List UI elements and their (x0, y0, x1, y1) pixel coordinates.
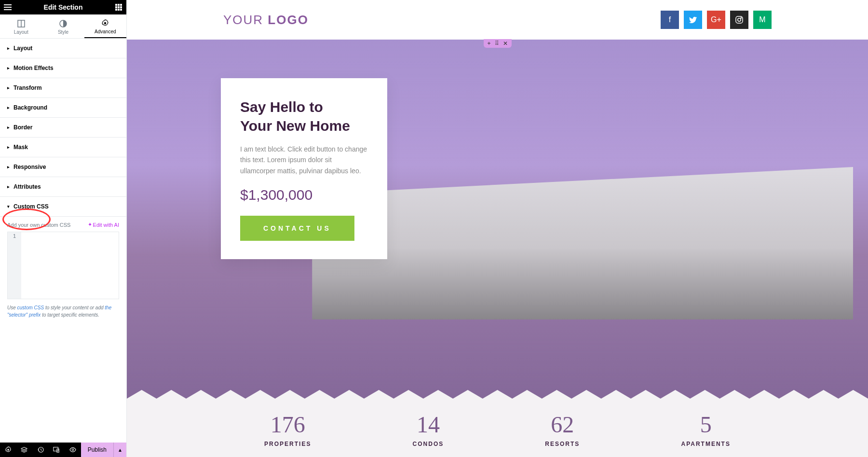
medium-icon[interactable]: M (753, 11, 772, 29)
custom-css-section: Add your own custom CSS ✦ Edit with AI 1… (0, 217, 126, 323)
svg-rect-0 (4, 4, 12, 5)
accordion-custom-css[interactable]: Custom CSS (0, 197, 126, 217)
editor-sidebar: Edit Section Layout Style Advanced Layou… (0, 0, 127, 457)
hero-body: I am text block. Click edit button to ch… (240, 144, 368, 176)
history-icon[interactable] (32, 443, 49, 457)
sidebar-footer: Publish ▴ (0, 443, 126, 457)
custom-css-hint: Use custom CSS to style your content or … (7, 304, 119, 319)
tab-style-label: Style (58, 29, 68, 35)
section-divider (127, 390, 868, 399)
svg-rect-6 (115, 6, 117, 8)
svg-rect-8 (120, 6, 122, 8)
sidebar-header: Edit Section (0, 0, 126, 14)
custom-css-label: Add your own custom CSS (7, 222, 70, 228)
accordion-attributes[interactable]: Attributes (0, 177, 126, 197)
svg-point-22 (738, 18, 741, 21)
stat-resorts: 62RESORTS (545, 411, 580, 447)
tabs-row: Layout Style Advanced (0, 14, 126, 39)
panel-body: Layout Motion Effects Transform Backgrou… (0, 39, 126, 443)
accordion-motion-effects[interactable]: Motion Effects (0, 58, 126, 78)
facebook-icon[interactable]: f (661, 11, 679, 29)
code-gutter: 1 (8, 232, 21, 299)
accordion-border[interactable]: Border (0, 118, 126, 138)
hero-image (312, 140, 853, 319)
responsive-icon[interactable] (49, 443, 65, 457)
svg-rect-9 (115, 9, 117, 11)
stat-apartments: 5APARTMENTS (681, 411, 730, 447)
hero-title: Say Hello toYour New Home (240, 97, 368, 135)
social-links: f G+ M (661, 11, 772, 29)
drag-section-icon[interactable]: ⠿ (495, 40, 499, 47)
accordion-background[interactable]: Background (0, 98, 126, 118)
accordion-transform[interactable]: Transform (0, 78, 126, 98)
svg-rect-10 (118, 9, 120, 11)
instagram-icon[interactable] (730, 11, 748, 29)
stat-condos: 14CONDOS (413, 411, 444, 447)
accordion-layout[interactable]: Layout (0, 39, 126, 58)
publish-button[interactable]: Publish ▴ (81, 443, 126, 457)
stat-properties: 176PROPERTIES (264, 411, 311, 447)
hero-price: $1,300,000 (240, 187, 368, 203)
add-section-icon[interactable]: + (487, 40, 490, 47)
menu-icon[interactable] (4, 3, 12, 11)
tab-advanced[interactable]: Advanced (84, 14, 126, 38)
accordion-responsive[interactable]: Responsive (0, 157, 126, 177)
tab-advanced-label: Advanced (95, 29, 116, 34)
svg-rect-1 (4, 7, 12, 8)
stats-section: 176PROPERTIES 14CONDOS 62RESORTS 5APARTM… (127, 399, 868, 457)
hero-card: Say Hello toYour New Home I am text bloc… (221, 78, 387, 259)
navigator-icon[interactable] (16, 443, 33, 457)
preview-icon[interactable] (65, 443, 81, 457)
code-textarea[interactable] (21, 232, 119, 299)
hero-section[interactable]: + ⠿ ✕ Say Hello toYour New Home I am tex… (127, 40, 868, 399)
tab-layout-label: Layout (14, 29, 28, 35)
apps-grid-icon[interactable] (115, 3, 122, 11)
svg-rect-11 (120, 9, 122, 11)
twitter-icon[interactable] (684, 11, 702, 29)
svg-point-23 (741, 17, 742, 18)
svg-rect-2 (4, 9, 12, 10)
accordion-mask[interactable]: Mask (0, 138, 126, 157)
svg-point-20 (72, 449, 74, 451)
publish-caret-icon[interactable]: ▴ (113, 443, 126, 457)
svg-rect-4 (118, 4, 120, 6)
tab-layout[interactable]: Layout (0, 14, 42, 38)
edit-with-ai-button[interactable]: ✦ Edit with AI (88, 222, 119, 228)
preview-canvas: YOUR LOGO f G+ M + ⠿ ✕ Say Hello toYour … (127, 0, 868, 457)
panel-title: Edit Section (44, 3, 83, 11)
site-logo[interactable]: YOUR LOGO (223, 13, 309, 28)
svg-point-16 (7, 449, 9, 451)
tab-style[interactable]: Style (42, 14, 84, 38)
css-code-editor[interactable]: 1 (7, 232, 119, 299)
svg-rect-5 (120, 4, 122, 6)
googleplus-icon[interactable]: G+ (707, 11, 725, 29)
site-header: YOUR LOGO f G+ M (127, 0, 868, 40)
contact-button[interactable]: CONTACT US (240, 216, 354, 241)
section-handle: + ⠿ ✕ (483, 39, 511, 48)
svg-rect-3 (115, 4, 117, 6)
svg-point-15 (104, 22, 106, 24)
settings-icon[interactable] (0, 443, 16, 457)
close-section-icon[interactable]: ✕ (503, 40, 508, 47)
svg-rect-7 (118, 6, 120, 8)
